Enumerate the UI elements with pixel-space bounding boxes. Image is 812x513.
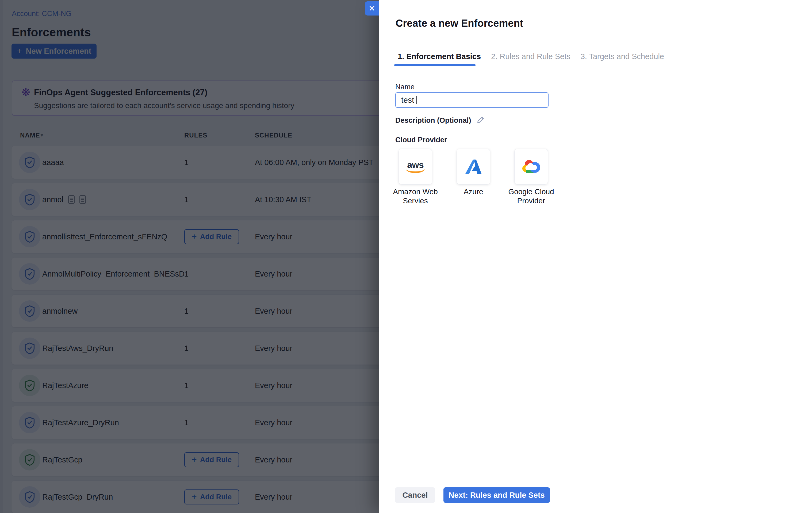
- modal-footer: Cancel Next: Rules and Rule Sets: [379, 487, 812, 503]
- name-input[interactable]: [395, 92, 549, 108]
- aws-swoosh-icon: [406, 169, 425, 173]
- provider-card-azure[interactable]: [457, 149, 490, 184]
- provider-label-gcp: Google Cloud Provider: [506, 187, 557, 205]
- tab-enforcement-basics[interactable]: 1. Enforcement Basics: [398, 52, 481, 61]
- cancel-button[interactable]: Cancel: [395, 487, 435, 503]
- provider-card-gcp[interactable]: [514, 149, 548, 184]
- wizard-tabs: 1. Enforcement Basics 2. Rules and Rule …: [379, 47, 812, 66]
- aws-logo-icon: aws: [406, 160, 425, 173]
- create-enforcement-modal: ✕ Create a new Enforcement 1. Enforcemen…: [379, 0, 812, 513]
- gcp-logo-icon: [521, 158, 541, 175]
- provider-label-azure: Azure: [448, 187, 499, 196]
- text-caret: [416, 96, 417, 104]
- provider-label-aws: Amazon Web Servies: [390, 187, 441, 205]
- screen: Account: CCM-NG Enforcements + New Enfor…: [0, 0, 812, 513]
- next-button[interactable]: Next: Rules and Rule Sets: [443, 487, 550, 503]
- modal-title: Create a new Enforcement: [396, 18, 523, 29]
- cloud-provider-label: Cloud Provider: [395, 136, 447, 144]
- name-label: Name: [395, 83, 414, 91]
- active-tab-underline: [394, 64, 475, 66]
- aws-logo-text: aws: [407, 160, 424, 169]
- description-label: Description (Optional): [395, 116, 471, 125]
- azure-logo-icon: [464, 157, 483, 176]
- edit-pencil-icon[interactable]: [476, 116, 485, 125]
- close-icon: ✕: [369, 4, 375, 12]
- tab-rules-and-rule-sets[interactable]: 2. Rules and Rule Sets: [491, 52, 571, 61]
- tab-targets-and-schedule[interactable]: 3. Targets and Schedule: [581, 52, 664, 61]
- provider-card-aws[interactable]: aws: [399, 149, 432, 184]
- close-button[interactable]: ✕: [365, 1, 379, 16]
